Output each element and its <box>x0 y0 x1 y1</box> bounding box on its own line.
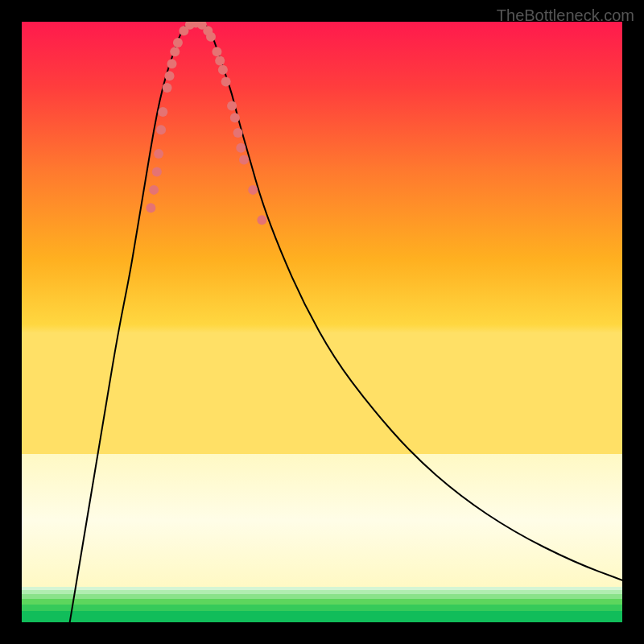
data-point <box>248 185 258 195</box>
data-point <box>212 47 221 56</box>
data-point <box>170 47 180 56</box>
data-point <box>163 83 172 93</box>
chart-markers <box>22 22 622 622</box>
data-point <box>206 32 216 42</box>
data-point <box>156 125 166 134</box>
watermark-text: TheBottleneck.com <box>497 6 634 25</box>
data-point <box>215 56 225 65</box>
data-point <box>236 143 246 153</box>
data-point <box>239 155 249 165</box>
data-point <box>227 101 237 110</box>
data-point <box>158 107 167 117</box>
data-point <box>165 71 175 80</box>
plot-area <box>22 22 622 622</box>
data-point <box>154 149 163 159</box>
data-point <box>230 113 240 122</box>
data-point <box>146 203 155 213</box>
data-point <box>257 215 266 225</box>
data-point <box>233 128 243 138</box>
data-point <box>221 77 231 87</box>
data-point <box>152 167 162 177</box>
data-point <box>167 59 177 68</box>
data-point <box>173 38 183 47</box>
data-point <box>218 65 228 75</box>
data-point <box>149 185 159 195</box>
